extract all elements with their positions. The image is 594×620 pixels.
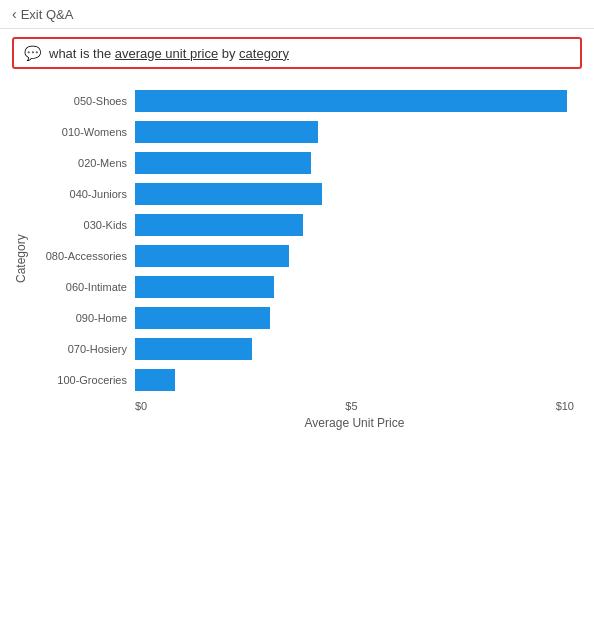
x-tick: $0 bbox=[135, 400, 147, 412]
query-box[interactable]: 💬 what is the average unit price by cate… bbox=[12, 37, 582, 69]
bar-row: 070-Hosiery bbox=[30, 335, 574, 363]
bar-fill bbox=[135, 121, 318, 143]
bar-track bbox=[135, 214, 574, 236]
top-bar: ‹ Exit Q&A bbox=[0, 0, 594, 29]
chat-icon: 💬 bbox=[24, 45, 41, 61]
bar-label: 080-Accessories bbox=[30, 250, 135, 262]
bar-track bbox=[135, 369, 574, 391]
bar-row: 090-Home bbox=[30, 304, 574, 332]
bar-row: 010-Womens bbox=[30, 118, 574, 146]
bar-track bbox=[135, 152, 574, 174]
bar-track bbox=[135, 307, 574, 329]
bar-fill bbox=[135, 338, 252, 360]
bar-row: 050-Shoes bbox=[30, 87, 574, 115]
bar-label: 030-Kids bbox=[30, 219, 135, 231]
chart-container: Category 050-Shoes010-Womens020-Mens040-… bbox=[0, 77, 594, 440]
bar-label: 060-Intimate bbox=[30, 281, 135, 293]
bar-track bbox=[135, 338, 574, 360]
x-tick: $10 bbox=[556, 400, 574, 412]
highlight-avg-unit-price: average unit price bbox=[115, 46, 218, 61]
bar-label: 020-Mens bbox=[30, 157, 135, 169]
bar-track bbox=[135, 90, 574, 112]
bar-row: 020-Mens bbox=[30, 149, 574, 177]
chart-inner: 050-Shoes010-Womens020-Mens040-Juniors03… bbox=[30, 87, 574, 430]
bar-fill bbox=[135, 369, 175, 391]
bar-row: 060-Intimate bbox=[30, 273, 574, 301]
x-tick: $5 bbox=[345, 400, 357, 412]
bar-row: 030-Kids bbox=[30, 211, 574, 239]
bar-label: 050-Shoes bbox=[30, 95, 135, 107]
bar-row: 040-Juniors bbox=[30, 180, 574, 208]
bar-track bbox=[135, 245, 574, 267]
bar-label: 090-Home bbox=[30, 312, 135, 324]
bar-label: 100-Groceries bbox=[30, 374, 135, 386]
bar-label: 070-Hosiery bbox=[30, 343, 135, 355]
bar-track bbox=[135, 276, 574, 298]
bar-label: 010-Womens bbox=[30, 126, 135, 138]
bar-row: 100-Groceries bbox=[30, 366, 574, 394]
bar-rows: 050-Shoes010-Womens020-Mens040-Juniors03… bbox=[30, 87, 574, 394]
back-label: Exit Q&A bbox=[21, 7, 74, 22]
back-button[interactable]: ‹ Exit Q&A bbox=[12, 6, 73, 22]
x-axis: $0$5$10 Average Unit Price bbox=[135, 400, 574, 430]
bar-track bbox=[135, 121, 574, 143]
bar-fill bbox=[135, 183, 322, 205]
bar-label: 040-Juniors bbox=[30, 188, 135, 200]
bar-fill bbox=[135, 245, 289, 267]
bar-fill bbox=[135, 307, 270, 329]
bar-fill bbox=[135, 90, 567, 112]
query-text: what is the average unit price by catego… bbox=[49, 46, 289, 61]
back-chevron-icon: ‹ bbox=[12, 6, 17, 22]
y-axis-label: Category bbox=[10, 87, 28, 430]
x-ticks: $0$5$10 bbox=[135, 400, 574, 412]
bar-fill bbox=[135, 276, 274, 298]
bar-row: 080-Accessories bbox=[30, 242, 574, 270]
bar-track bbox=[135, 183, 574, 205]
bar-fill bbox=[135, 214, 303, 236]
bar-fill bbox=[135, 152, 311, 174]
highlight-category: category bbox=[239, 46, 289, 61]
chart-area: Category 050-Shoes010-Womens020-Mens040-… bbox=[10, 87, 574, 430]
x-axis-label: Average Unit Price bbox=[135, 416, 574, 430]
